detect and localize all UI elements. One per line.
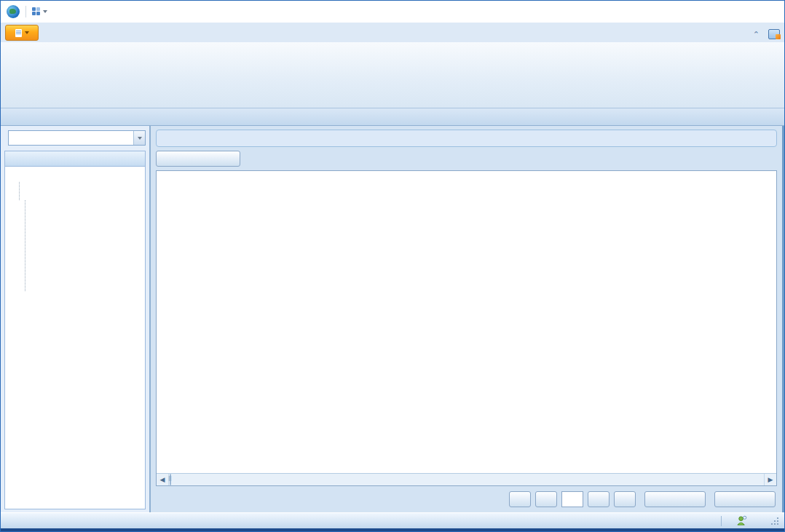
sidebar [1,126,151,512]
chevron-down-icon [43,10,47,13]
status-bar [1,512,784,531]
first-page-button[interactable] [509,491,531,507]
tree-connector-line [25,200,25,291]
modify-display-items-button[interactable] [156,151,240,167]
defect-grid: ◀ ▶ [156,170,777,486]
ribbon-tab-strip: ⌃ [1,23,784,42]
combobox-dropdown-button[interactable] [133,131,145,145]
scroll-left-arrow-icon[interactable]: ◀ [157,474,169,485]
person-icon [736,515,747,526]
grid-viewport [157,171,776,473]
collapse-ribbon-icon[interactable]: ⌃ [753,30,760,39]
scrollbar-thumb[interactable] [170,474,171,485]
next-page-button[interactable] [588,491,610,507]
app-menu-icon [15,29,22,37]
style-switch-icon[interactable] [768,29,780,39]
titlebar-separator [25,6,26,17]
application-menu-button[interactable] [5,25,39,41]
document-tab-bar [1,108,784,126]
content-panel: ◀ ▶ [151,126,784,512]
scrollbar-track[interactable] [169,474,764,485]
resize-grip[interactable] [771,517,778,525]
layout-grid-icon [32,7,41,16]
title-bar [1,1,784,23]
pager [509,491,776,507]
grid-footer [156,486,777,512]
tree-connector-line [19,182,20,200]
export-current-page-button[interactable] [644,491,706,507]
app-window: ⌃ [0,0,785,532]
page-number-input[interactable] [561,491,583,507]
prev-page-button[interactable] [535,491,557,507]
grid-toolbar [156,147,777,170]
version-combobox[interactable] [8,130,146,146]
scroll-right-arrow-icon[interactable]: ▶ [764,474,776,485]
main-area: ◀ ▶ [1,126,784,512]
tree-panel-title [4,151,146,167]
online-users-indicator[interactable] [736,515,749,526]
chevron-down-icon [25,31,29,34]
version-combobox-value [9,131,133,145]
horizontal-scrollbar[interactable]: ◀ ▶ [157,473,776,485]
filter-panel [156,130,777,147]
app-logo-icon [7,5,20,18]
quick-access-layout-button[interactable] [32,7,47,16]
defect-status-tree [4,167,146,509]
ribbon [1,42,784,108]
export-all-pages-button[interactable] [714,491,776,507]
last-page-button[interactable] [614,491,636,507]
statusbar-separator [721,516,722,526]
